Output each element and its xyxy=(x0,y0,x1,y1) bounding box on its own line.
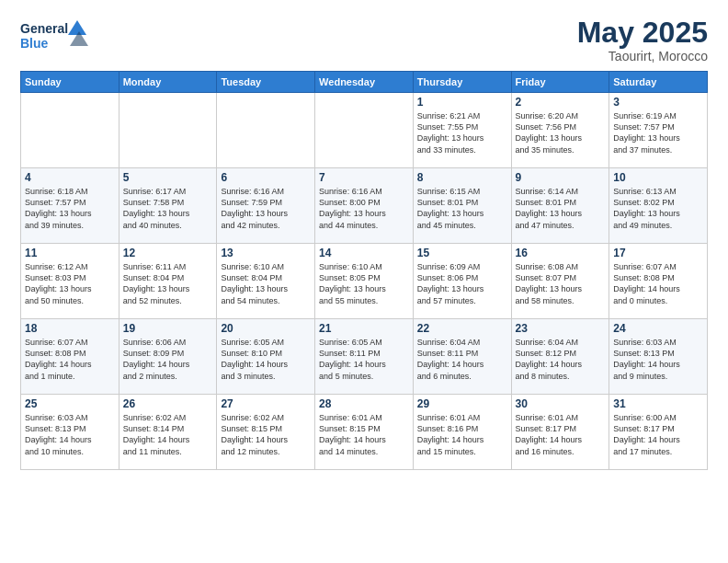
day-info: Sunrise: 6:05 AM Sunset: 8:11 PM Dayligh… xyxy=(319,337,409,382)
calendar-title: May 2025 xyxy=(577,17,708,49)
day-info: Sunrise: 6:18 AM Sunset: 7:57 PM Dayligh… xyxy=(25,186,115,231)
day-number: 7 xyxy=(319,171,409,184)
day-number: 30 xyxy=(516,397,606,410)
header-friday: Friday xyxy=(511,72,609,93)
day-cell-2-1: 12Sunrise: 6:11 AM Sunset: 8:04 PM Dayli… xyxy=(119,244,217,319)
header-tuesday: Tuesday xyxy=(217,72,315,93)
week-row-5: 25Sunrise: 6:03 AM Sunset: 8:13 PM Dayli… xyxy=(21,395,708,470)
day-number: 26 xyxy=(123,397,213,410)
day-info: Sunrise: 6:00 AM Sunset: 8:17 PM Dayligh… xyxy=(613,412,703,457)
header-monday: Monday xyxy=(119,72,217,93)
day-number: 20 xyxy=(221,322,311,335)
calendar-header-row: SundayMondayTuesdayWednesdayThursdayFrid… xyxy=(21,72,708,93)
header: General Blue May 2025 Taourirt, Morocco xyxy=(20,17,708,63)
day-info: Sunrise: 6:20 AM Sunset: 7:56 PM Dayligh… xyxy=(516,110,606,155)
page: General Blue May 2025 Taourirt, Morocco … xyxy=(0,0,728,563)
day-cell-4-1: 26Sunrise: 6:02 AM Sunset: 8:14 PM Dayli… xyxy=(119,395,217,470)
day-cell-1-5: 9Sunrise: 6:14 AM Sunset: 8:01 PM Daylig… xyxy=(511,168,609,244)
calendar-table: SundayMondayTuesdayWednesdayThursdayFrid… xyxy=(20,71,708,470)
day-info: Sunrise: 6:04 AM Sunset: 8:11 PM Dayligh… xyxy=(417,337,507,382)
day-info: Sunrise: 6:14 AM Sunset: 8:01 PM Dayligh… xyxy=(516,186,606,231)
day-number: 21 xyxy=(319,322,409,335)
day-number: 11 xyxy=(25,247,115,259)
day-info: Sunrise: 6:16 AM Sunset: 8:00 PM Dayligh… xyxy=(319,186,409,231)
day-info: Sunrise: 6:10 AM Sunset: 8:04 PM Dayligh… xyxy=(221,261,311,306)
day-info: Sunrise: 6:07 AM Sunset: 8:08 PM Dayligh… xyxy=(613,261,703,306)
day-cell-3-0: 18Sunrise: 6:07 AM Sunset: 8:08 PM Dayli… xyxy=(21,319,119,395)
logo-svg: General Blue xyxy=(20,17,94,55)
day-info: Sunrise: 6:02 AM Sunset: 8:15 PM Dayligh… xyxy=(221,412,311,457)
week-row-4: 18Sunrise: 6:07 AM Sunset: 8:08 PM Dayli… xyxy=(21,319,708,395)
day-info: Sunrise: 6:01 AM Sunset: 8:15 PM Dayligh… xyxy=(319,412,409,457)
day-cell-3-5: 23Sunrise: 6:04 AM Sunset: 8:12 PM Dayli… xyxy=(511,319,609,395)
day-cell-3-4: 22Sunrise: 6:04 AM Sunset: 8:11 PM Dayli… xyxy=(413,319,511,395)
day-info: Sunrise: 6:03 AM Sunset: 8:13 PM Dayligh… xyxy=(613,337,703,382)
day-cell-0-0 xyxy=(21,93,119,168)
day-cell-1-0: 4Sunrise: 6:18 AM Sunset: 7:57 PM Daylig… xyxy=(21,168,119,244)
title-block: May 2025 Taourirt, Morocco xyxy=(577,17,708,63)
day-number: 27 xyxy=(221,397,311,410)
day-number: 8 xyxy=(417,171,507,184)
day-info: Sunrise: 6:05 AM Sunset: 8:10 PM Dayligh… xyxy=(221,337,311,382)
day-info: Sunrise: 6:16 AM Sunset: 7:59 PM Dayligh… xyxy=(221,186,311,231)
day-info: Sunrise: 6:01 AM Sunset: 8:17 PM Dayligh… xyxy=(516,412,606,457)
day-cell-2-0: 11Sunrise: 6:12 AM Sunset: 8:03 PM Dayli… xyxy=(21,244,119,319)
day-info: Sunrise: 6:12 AM Sunset: 8:03 PM Dayligh… xyxy=(25,261,115,306)
day-number: 25 xyxy=(25,397,115,410)
day-cell-0-2 xyxy=(217,93,315,168)
day-cell-1-4: 8Sunrise: 6:15 AM Sunset: 8:01 PM Daylig… xyxy=(413,168,511,244)
day-cell-0-3 xyxy=(315,93,414,168)
day-cell-1-1: 5Sunrise: 6:17 AM Sunset: 7:58 PM Daylig… xyxy=(119,168,217,244)
day-number: 5 xyxy=(123,171,213,184)
day-cell-0-4: 1Sunrise: 6:21 AM Sunset: 7:55 PM Daylig… xyxy=(413,93,511,168)
svg-marker-2 xyxy=(68,20,86,35)
day-number: 19 xyxy=(123,322,213,335)
day-number: 2 xyxy=(516,96,606,109)
day-info: Sunrise: 6:13 AM Sunset: 8:02 PM Dayligh… xyxy=(613,186,703,231)
day-info: Sunrise: 6:06 AM Sunset: 8:09 PM Dayligh… xyxy=(123,337,213,382)
calendar-subtitle: Taourirt, Morocco xyxy=(577,49,708,63)
day-info: Sunrise: 6:19 AM Sunset: 7:57 PM Dayligh… xyxy=(613,110,703,155)
day-number: 10 xyxy=(613,171,703,184)
day-cell-2-3: 14Sunrise: 6:10 AM Sunset: 8:05 PM Dayli… xyxy=(315,244,414,319)
day-number: 9 xyxy=(516,171,606,184)
day-number: 13 xyxy=(221,247,311,259)
day-number: 6 xyxy=(221,171,311,184)
header-thursday: Thursday xyxy=(413,72,511,93)
logo: General Blue xyxy=(20,17,94,55)
day-cell-2-2: 13Sunrise: 6:10 AM Sunset: 8:04 PM Dayli… xyxy=(217,244,315,319)
svg-text:Blue: Blue xyxy=(20,36,49,51)
day-cell-3-6: 24Sunrise: 6:03 AM Sunset: 8:13 PM Dayli… xyxy=(609,319,708,395)
day-number: 3 xyxy=(613,96,703,109)
day-cell-3-2: 20Sunrise: 6:05 AM Sunset: 8:10 PM Dayli… xyxy=(217,319,315,395)
day-cell-4-4: 29Sunrise: 6:01 AM Sunset: 8:16 PM Dayli… xyxy=(413,395,511,470)
day-cell-0-6: 3Sunrise: 6:19 AM Sunset: 7:57 PM Daylig… xyxy=(609,93,708,168)
day-number: 15 xyxy=(417,247,507,259)
day-info: Sunrise: 6:15 AM Sunset: 8:01 PM Dayligh… xyxy=(417,186,507,231)
day-info: Sunrise: 6:17 AM Sunset: 7:58 PM Dayligh… xyxy=(123,186,213,231)
day-cell-4-2: 27Sunrise: 6:02 AM Sunset: 8:15 PM Dayli… xyxy=(217,395,315,470)
day-number: 17 xyxy=(613,247,703,259)
week-row-2: 4Sunrise: 6:18 AM Sunset: 7:57 PM Daylig… xyxy=(21,168,708,244)
day-number: 29 xyxy=(417,397,507,410)
day-info: Sunrise: 6:10 AM Sunset: 8:05 PM Dayligh… xyxy=(319,261,409,306)
week-row-3: 11Sunrise: 6:12 AM Sunset: 8:03 PM Dayli… xyxy=(21,244,708,319)
day-number: 22 xyxy=(417,322,507,335)
day-number: 18 xyxy=(25,322,115,335)
day-info: Sunrise: 6:02 AM Sunset: 8:14 PM Dayligh… xyxy=(123,412,213,457)
header-wednesday: Wednesday xyxy=(315,72,414,93)
day-info: Sunrise: 6:04 AM Sunset: 8:12 PM Dayligh… xyxy=(516,337,606,382)
day-cell-1-3: 7Sunrise: 6:16 AM Sunset: 8:00 PM Daylig… xyxy=(315,168,414,244)
day-info: Sunrise: 6:07 AM Sunset: 8:08 PM Dayligh… xyxy=(25,337,115,382)
day-cell-4-5: 30Sunrise: 6:01 AM Sunset: 8:17 PM Dayli… xyxy=(511,395,609,470)
day-number: 12 xyxy=(123,247,213,259)
day-number: 16 xyxy=(516,247,606,259)
day-info: Sunrise: 6:11 AM Sunset: 8:04 PM Dayligh… xyxy=(123,261,213,306)
day-number: 23 xyxy=(516,322,606,335)
day-number: 1 xyxy=(417,96,507,109)
day-cell-0-1 xyxy=(119,93,217,168)
day-cell-2-5: 16Sunrise: 6:08 AM Sunset: 8:07 PM Dayli… xyxy=(511,244,609,319)
day-cell-0-5: 2Sunrise: 6:20 AM Sunset: 7:56 PM Daylig… xyxy=(511,93,609,168)
week-row-1: 1Sunrise: 6:21 AM Sunset: 7:55 PM Daylig… xyxy=(21,93,708,168)
day-info: Sunrise: 6:21 AM Sunset: 7:55 PM Dayligh… xyxy=(417,110,507,155)
